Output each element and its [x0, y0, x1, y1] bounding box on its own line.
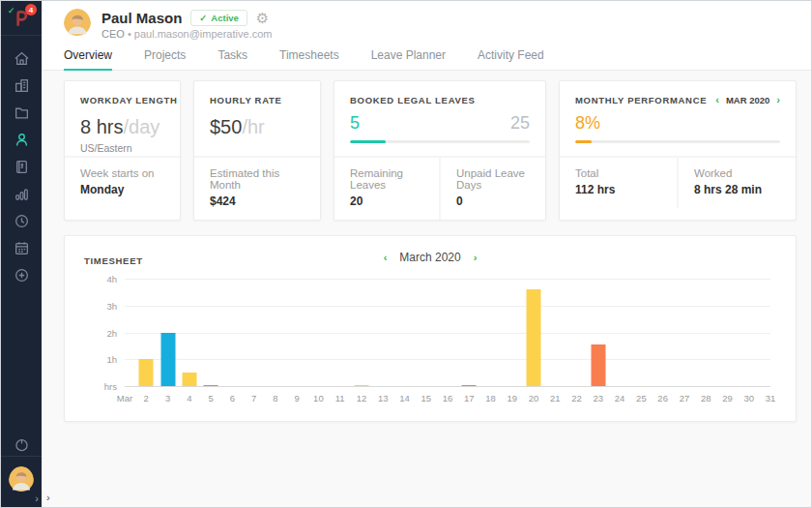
- gridline: [125, 386, 770, 387]
- prev-month-icon[interactable]: ‹: [384, 253, 388, 263]
- calendar-icon[interactable]: [13, 239, 30, 256]
- tab-timesheets[interactable]: Timesheets: [279, 45, 339, 70]
- prev-month-icon[interactable]: ‹: [715, 95, 719, 105]
- timesheet-bar-day-5[interactable]: [204, 385, 218, 387]
- tab-activity-feed[interactable]: Activity Feed: [478, 45, 544, 70]
- timesheet-plot: hrs1h2h3h4hMar23456789101112131415161718…: [125, 280, 770, 387]
- hourly-title: HOURLY RATE: [210, 95, 304, 105]
- x-tick-label: 5: [208, 393, 213, 403]
- worked-value: 8 hrs 28 min: [694, 183, 780, 196]
- leaves-used: 5: [350, 113, 360, 134]
- performance-title: MONTHLY PERFORMANCE: [575, 95, 707, 105]
- notification-badge: 4: [25, 4, 37, 15]
- timesheet-panel: TIMESHEET ‹ March 2020 › hrs1h2h3h4hMar2…: [64, 235, 797, 422]
- sidebar-collapse-icon[interactable]: ›: [35, 493, 39, 504]
- x-tick-label: 6: [230, 393, 235, 403]
- monthly-performance-card: MONTHLY PERFORMANCE ‹ MAR 2020 › 8%: [559, 80, 797, 221]
- workday-value: 8 hrs: [80, 116, 123, 138]
- profile-email: paul.mason@imperative.com: [134, 28, 273, 40]
- x-tick-label: 21: [550, 393, 561, 403]
- app-window: ✓ 4: [0, 0, 812, 508]
- x-tick-label: 12: [357, 393, 367, 403]
- tab-bar: Overview Projects Tasks Timesheets Leave…: [42, 45, 811, 71]
- x-tick-label: 17: [464, 393, 475, 403]
- reports-icon[interactable]: [13, 185, 30, 202]
- timesheet-month-label: March 2020: [399, 251, 460, 264]
- x-tick-label: 15: [420, 393, 431, 403]
- x-tick-label: 9: [294, 393, 299, 403]
- tab-leave-planner[interactable]: Leave Planner: [371, 45, 446, 70]
- leaves-progress-track: [350, 140, 530, 143]
- timesheet-bar-day-17[interactable]: [462, 385, 477, 387]
- x-tick-label: 13: [378, 393, 389, 403]
- home-icon[interactable]: [13, 49, 30, 67]
- x-tick-label: 20: [529, 393, 539, 403]
- sidebar: ✓ 4: [1, 1, 42, 507]
- logo-check-icon: ✓: [8, 6, 15, 15]
- x-tick-label: 4: [187, 393, 191, 403]
- main-area: Paul Mason ✓ Active ⚙ CEO • paul.mason@i…: [42, 1, 811, 507]
- profile-avatar[interactable]: [64, 9, 91, 40]
- time-icon[interactable]: [13, 212, 30, 229]
- week-starts-value: Monday: [80, 183, 164, 196]
- remaining-leaves-label: Remaining Leaves: [350, 167, 423, 191]
- x-tick-label: 10: [313, 393, 324, 403]
- unpaid-days-value: 0: [456, 194, 530, 208]
- y-tick-label: 2h: [86, 328, 117, 339]
- tab-tasks[interactable]: Tasks: [218, 45, 247, 70]
- timesheet-bar-day-3[interactable]: [160, 333, 175, 387]
- folder-icon[interactable]: [13, 104, 30, 121]
- gridline: [125, 359, 770, 360]
- overview-content: WORKDAY LENGTH 8 hrs/day US/Eastern Week…: [42, 71, 811, 507]
- x-tick-label: 30: [743, 393, 754, 403]
- user-avatar[interactable]: [9, 466, 34, 495]
- tab-projects[interactable]: Projects: [144, 45, 186, 70]
- timesheet-bar-day-12[interactable]: [354, 385, 368, 387]
- total-hours-label: Total: [575, 167, 661, 179]
- performance-progress-fill: [575, 140, 592, 143]
- status-label: Active: [211, 13, 239, 23]
- x-tick-label: 26: [657, 393, 668, 403]
- timesheet-bar-day-20[interactable]: [527, 289, 541, 386]
- next-month-icon[interactable]: ›: [776, 95, 780, 105]
- timesheet-bar-day-4[interactable]: [182, 373, 196, 386]
- timesheet-month-nav: ‹ March 2020 ›: [384, 251, 478, 264]
- x-tick-label: 19: [508, 393, 518, 403]
- performance-progress-track: [575, 140, 780, 143]
- profile-subline: CEO • paul.mason@imperative.com: [102, 28, 272, 40]
- next-month-icon[interactable]: ›: [474, 253, 478, 263]
- add-circle-icon[interactable]: [13, 266, 30, 284]
- y-tick-label: 4h: [86, 274, 117, 284]
- performance-month-nav: ‹ MAR 2020 ›: [715, 95, 780, 105]
- x-tick-label: 7: [251, 393, 256, 403]
- timesheet-bar-day-2[interactable]: [139, 359, 154, 386]
- booked-leaves-card: BOOKED LEGAL LEAVES 5 25 Remaining Leave…: [334, 80, 546, 221]
- y-tick-label: hrs: [86, 381, 117, 392]
- profile-identity: Paul Mason ✓ Active ⚙ CEO • paul.mason@i…: [102, 10, 272, 40]
- app-logo[interactable]: ✓ 4: [1, 1, 42, 36]
- workday-length-card: WORKDAY LENGTH 8 hrs/day US/Eastern Week…: [64, 80, 181, 221]
- timesheet-bar-day-23[interactable]: [591, 344, 605, 386]
- hourly-rate-card: HOURLY RATE $50/hr Estimated this Month …: [193, 80, 321, 221]
- total-hours-value: 112 hrs: [575, 183, 661, 196]
- workday-title: WORKDAY LENGTH: [80, 95, 164, 105]
- gridline: [125, 333, 770, 334]
- y-tick-label: 1h: [86, 354, 117, 365]
- status-badge[interactable]: ✓ Active: [190, 10, 246, 26]
- performance-month-label: MAR 2020: [726, 95, 769, 105]
- sidebar-expand-icon[interactable]: ›: [46, 493, 50, 503]
- hourly-unit: /hr: [242, 116, 264, 138]
- power-icon[interactable]: [13, 434, 30, 456]
- invoices-icon[interactable]: [13, 158, 30, 175]
- settings-gear-icon[interactable]: ⚙: [256, 11, 269, 25]
- company-icon[interactable]: [13, 76, 30, 94]
- gridline: [125, 279, 770, 280]
- workday-unit: /day: [123, 116, 160, 138]
- estimated-label: Estimated this Month: [210, 167, 304, 191]
- x-tick-label: Mar: [117, 393, 132, 403]
- x-tick-label: 28: [701, 393, 711, 403]
- x-tick-label: 16: [443, 393, 453, 403]
- tab-overview[interactable]: Overview: [64, 45, 112, 70]
- leaves-title: BOOKED LEGAL LEAVES: [350, 95, 530, 105]
- people-icon[interactable]: [13, 131, 30, 148]
